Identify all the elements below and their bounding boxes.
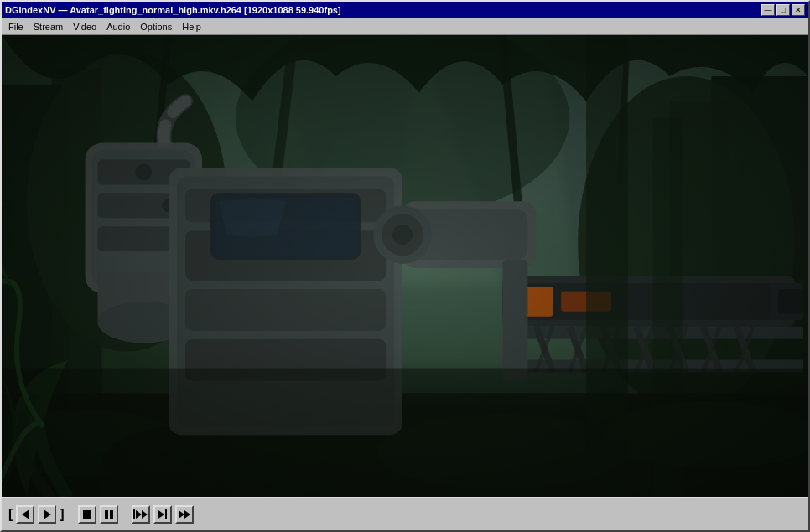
maximize-button[interactable]: □ — [776, 4, 790, 16]
menu-help[interactable]: Help — [177, 20, 206, 34]
app-window: DGIndexNV — Avatar_fighting_normal_high.… — [0, 0, 810, 532]
prev-frame-button[interactable] — [16, 505, 34, 524]
minimize-button[interactable]: — — [761, 4, 775, 16]
frame-step-button[interactable] — [153, 505, 172, 524]
menu-bar: File Stream Video Audio Options Help — [2, 18, 808, 35]
menu-options[interactable]: Options — [135, 20, 177, 34]
scene-canvas — [2, 35, 808, 497]
title-text: DGIndexNV — Avatar_fighting_normal_high.… — [5, 5, 341, 15]
stop-button[interactable] — [78, 505, 96, 524]
title-bar: DGIndexNV — Avatar_fighting_normal_high.… — [2, 2, 808, 18]
menu-stream[interactable]: Stream — [29, 20, 68, 34]
svg-rect-71 — [2, 35, 808, 497]
bracket-open: [ — [8, 508, 13, 521]
video-area — [2, 35, 808, 497]
menu-file[interactable]: File — [3, 20, 29, 34]
menu-video[interactable]: Video — [68, 20, 101, 34]
controls-bar: [ ] — [2, 497, 808, 530]
menu-audio[interactable]: Audio — [101, 20, 135, 34]
window-controls: — □ ✕ — [761, 4, 805, 16]
close-button[interactable]: ✕ — [792, 4, 805, 16]
fast-forward-button[interactable] — [175, 505, 194, 524]
bracket-close: ] — [60, 508, 64, 521]
play-button[interactable] — [38, 505, 56, 524]
skip-start-button[interactable] — [132, 505, 150, 524]
video-frame — [2, 35, 808, 497]
pause-button[interactable] — [100, 505, 118, 524]
